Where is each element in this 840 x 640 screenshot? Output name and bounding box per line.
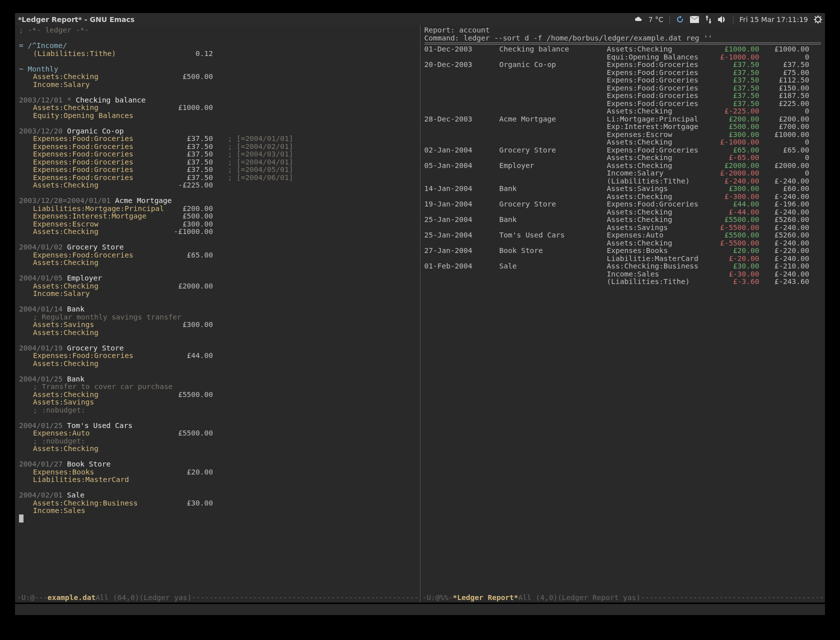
- ledger-line[interactable]: Liabilities:Mortgage:Principal£200.00: [19, 205, 416, 213]
- right-buffer[interactable]: Report: accountCommand: ledger --sort d …: [420, 26, 826, 592]
- ledger-line[interactable]: [19, 120, 416, 128]
- report-row[interactable]: 28-Dec-2003Acme MortgageLi:Mortgage:Prin…: [424, 116, 822, 124]
- ledger-line[interactable]: Income:Sales: [19, 507, 416, 515]
- ledger-line[interactable]: 2004/01/14 Bank: [19, 306, 416, 314]
- report-row[interactable]: (Liabilities:Tithe)£-240.00£-240.00: [424, 178, 822, 186]
- ledger-line[interactable]: 2004/01/25 Tom's Used Cars: [19, 422, 416, 430]
- report-row[interactable]: Income:Salary£-2000.000: [424, 170, 822, 178]
- ledger-line[interactable]: Expenses:Escrow£300.00: [19, 220, 416, 228]
- mail-icon[interactable]: [690, 16, 699, 23]
- ledger-line[interactable]: Expenses:Food:Groceries£37.50 ; [=2004/0…: [19, 174, 416, 182]
- ledger-line[interactable]: Assets:Savings£300.00: [19, 321, 416, 329]
- ledger-line[interactable]: ; :nobudget:: [19, 438, 416, 446]
- report-row[interactable]: 25-Jan-2004BankAssets:Checking£5500.00£5…: [424, 216, 822, 224]
- ledger-line[interactable]: Assets:Checking:Business£30.00: [19, 500, 416, 508]
- ledger-line[interactable]: Expenses:Interest:Mortgage£500.00: [19, 212, 416, 220]
- report-row[interactable]: Expens:Food:Groceries£37.50£150.00: [424, 84, 822, 92]
- report-row[interactable]: Equi:Opening Balances£-1000.000: [424, 54, 822, 62]
- ledger-line[interactable]: Assets:Checking-£1000.00: [19, 228, 416, 236]
- ledger-line[interactable]: Assets:Savings: [19, 398, 416, 406]
- ledger-line[interactable]: (Liabilities:Tithe)0.12: [19, 50, 416, 58]
- ledger-line[interactable]: Expenses:Food:Groceries£44.00: [19, 352, 416, 360]
- report-row[interactable]: 25-Jan-2004Tom's Used CarsExpenses:Auto£…: [424, 232, 822, 240]
- ledger-line[interactable]: Expenses:Food:Groceries£37.50 ; [=2004/0…: [19, 135, 416, 143]
- ledger-line[interactable]: 2004/01/19 Grocery Store: [19, 344, 416, 352]
- settings-icon[interactable]: [814, 16, 822, 24]
- ledger-line[interactable]: ; -*- ledger -*-: [19, 26, 416, 34]
- ledger-line[interactable]: [19, 236, 416, 244]
- ledger-line[interactable]: 2003/12/01 * Checking balance: [19, 96, 416, 104]
- ledger-line[interactable]: Assets:Checking£5500.00: [19, 391, 416, 399]
- ledger-line[interactable]: 2004/02/01 Sale: [19, 492, 416, 500]
- report-row[interactable]: Exp:Interest:Mortgage£500.00£700.00: [424, 123, 822, 131]
- ledger-line[interactable]: [19, 34, 416, 42]
- report-row[interactable]: Assets:Checking£-300.00£-240.00: [424, 193, 822, 201]
- report-row[interactable]: Expens:Food:Groceries£37.50£187.50: [424, 92, 822, 100]
- ledger-line[interactable]: 2004/01/02 Grocery Store: [19, 244, 416, 252]
- report-row[interactable]: Expens:Food:Groceries£37.50£112.50: [424, 76, 822, 84]
- report-row[interactable]: 14-Jan-2004BankAssets:Savings£300.00£60.…: [424, 185, 822, 193]
- report-row[interactable]: 05-Jan-2004EmployerAssets:Checking£2000.…: [424, 162, 822, 170]
- ledger-line[interactable]: Expenses:Auto£5500.00: [19, 430, 416, 438]
- refresh-icon[interactable]: [676, 16, 684, 24]
- ledger-line[interactable]: [19, 453, 416, 461]
- right-window[interactable]: Report: accountCommand: ledger --sort d …: [420, 26, 826, 602]
- report-row[interactable]: 19-Jan-2004Grocery StoreExpens:Food:Groc…: [424, 200, 822, 208]
- report-row[interactable]: 01-Feb-2004SaleAss:Checking:Business£30.…: [424, 262, 822, 270]
- ledger-line[interactable]: ~ Monthly: [19, 66, 416, 74]
- minibuffer[interactable]: [15, 604, 825, 615]
- report-row[interactable]: (Liabilities:Tithe)£-3.60£-243.60: [424, 278, 822, 286]
- left-window[interactable]: ; -*- ledger -*- = /^Income/(Liabilities…: [15, 26, 420, 602]
- ledger-line[interactable]: Assets:Checking-£225.00: [19, 182, 416, 190]
- report-row[interactable]: Assets:Checking£-44.00£-240.00: [424, 208, 822, 216]
- report-row[interactable]: Assets:Checking£-5500.00£-240.00: [424, 240, 822, 248]
- ledger-line[interactable]: Assets:Checking£1000.00: [19, 104, 416, 112]
- ledger-line[interactable]: Expenses:Food:Groceries£65.00: [19, 252, 416, 260]
- ledger-line[interactable]: [19, 58, 416, 66]
- ledger-line[interactable]: 2003/12/28=2004/01/01 Acme Mortgage: [19, 197, 416, 205]
- report-row[interactable]: 01-Dec-2003Checking balanceAssets:Checki…: [424, 46, 822, 54]
- ledger-line[interactable]: = /^Income/: [19, 42, 416, 50]
- ledger-line[interactable]: [19, 190, 416, 198]
- ledger-line[interactable]: Assets:Checking£2000.00: [19, 282, 416, 290]
- ledger-line[interactable]: Assets:Checking: [19, 259, 416, 267]
- ledger-line[interactable]: ; :nobudget:: [19, 406, 416, 414]
- report-row[interactable]: Expens:Food:Groceries£37.50£225.00: [424, 100, 822, 108]
- ledger-line[interactable]: Expenses:Food:Groceries£37.50 ; [=2004/0…: [19, 150, 416, 158]
- ledger-line[interactable]: [19, 88, 416, 96]
- ledger-line[interactable]: 2004/01/27 Book Store: [19, 460, 416, 468]
- ledger-line[interactable]: [19, 368, 416, 376]
- ledger-line[interactable]: 2004/01/05 Employer: [19, 274, 416, 282]
- ledger-line[interactable]: [19, 484, 416, 492]
- volume-icon[interactable]: [718, 16, 727, 23]
- ledger-line[interactable]: Assets:Checking: [19, 360, 416, 368]
- ledger-line[interactable]: Income:Salary: [19, 290, 416, 298]
- ledger-line[interactable]: Expenses:Books£20.00: [19, 468, 416, 476]
- report-row[interactable]: 27-Jan-2004Book StoreExpenses:Books£20.0…: [424, 247, 822, 255]
- report-row[interactable]: Expenses:Escrow£300.00£1000.00: [424, 131, 822, 139]
- ledger-line[interactable]: [19, 336, 416, 344]
- ledger-line[interactable]: Equity:Opening Balances: [19, 112, 416, 120]
- network-icon[interactable]: [705, 16, 712, 24]
- ledger-line[interactable]: Expenses:Food:Groceries£37.50 ; [=2004/0…: [19, 166, 416, 174]
- ledger-line[interactable]: [19, 267, 416, 275]
- report-row[interactable]: 20-Dec-2003Organic Co-opExpens:Food:Groc…: [424, 61, 822, 69]
- ledger-line[interactable]: Expenses:Food:Groceries£37.50 ; [=2004/0…: [19, 143, 416, 151]
- ledger-line[interactable]: Expenses:Food:Groceries£37.50 ; [=2004/0…: [19, 158, 416, 166]
- ledger-line[interactable]: Assets:Checking: [19, 445, 416, 453]
- report-row[interactable]: Expens:Food:Groceries£37.50£75.00: [424, 69, 822, 77]
- ledger-line[interactable]: Assets:Checking: [19, 329, 416, 337]
- report-row[interactable]: Assets:Checking£-225.000: [424, 108, 822, 116]
- ledger-line[interactable]: Income:Salary: [19, 81, 416, 89]
- report-row[interactable]: Liabilitie:MasterCard£-20.00£-240.00: [424, 255, 822, 263]
- ledger-line[interactable]: ; Regular monthly savings transfer: [19, 314, 416, 322]
- ledger-line[interactable]: 2004/01/25 Bank: [19, 376, 416, 384]
- left-buffer[interactable]: ; -*- ledger -*- = /^Income/(Liabilities…: [15, 26, 420, 592]
- report-row[interactable]: 02-Jan-2004Grocery StoreExpens:Food:Groc…: [424, 146, 822, 154]
- ledger-line[interactable]: [19, 414, 416, 422]
- report-row[interactable]: Assets:Checking£-1000.000: [424, 138, 822, 146]
- ledger-line[interactable]: [19, 298, 416, 306]
- ledger-line[interactable]: Assets:Checking£500.00: [19, 73, 416, 81]
- ledger-line[interactable]: Liabilities:MasterCard: [19, 476, 416, 484]
- ledger-line[interactable]: ; Transfer to cover car purchase: [19, 383, 416, 391]
